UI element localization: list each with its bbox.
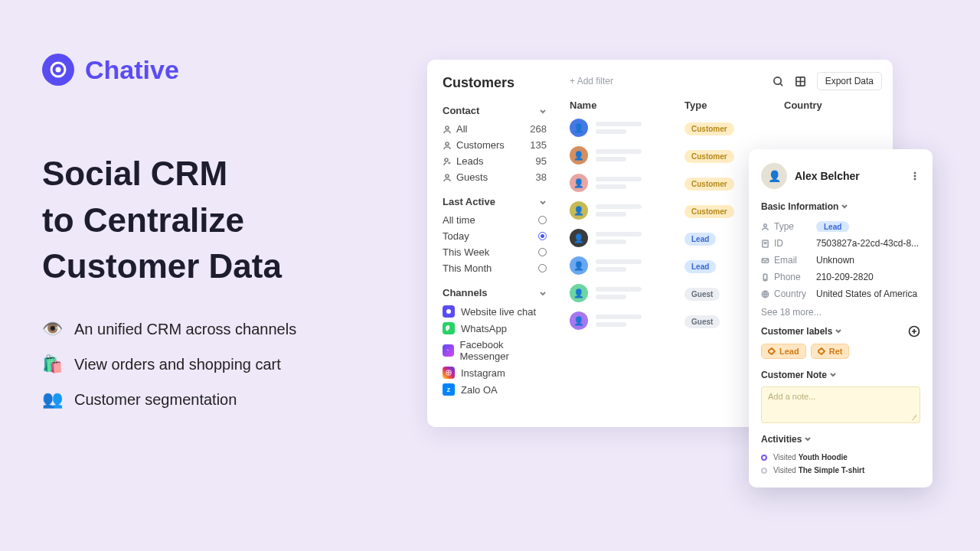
svg-point-1: [56, 67, 61, 73]
svg-rect-7: [446, 370, 451, 375]
type-badge: Guest: [684, 288, 720, 301]
globe-icon: [761, 290, 769, 298]
avatar: 👤: [570, 174, 588, 192]
info-row-phone: Phone 210-209-2820: [761, 269, 920, 285]
name-placeholder: [596, 122, 642, 134]
avatar: 👤: [570, 146, 588, 165]
website-chat-icon: [443, 305, 455, 318]
type-badge: Customer: [684, 178, 734, 191]
svg-point-4: [445, 158, 448, 161]
channel-zalo[interactable]: Z Zalo OA: [443, 381, 547, 398]
instagram-icon: [443, 367, 455, 379]
messenger-icon: [443, 344, 454, 357]
shopping-bags-icon: 🛍️: [42, 354, 60, 374]
channel-facebook-messenger[interactable]: Facebook Messenger: [443, 337, 547, 364]
last-active-this-week[interactable]: This Week: [443, 244, 547, 260]
channel-whatsapp[interactable]: WhatsApp: [443, 320, 547, 337]
type-badge: Customer: [684, 150, 734, 163]
name-placeholder: [596, 149, 642, 161]
column-country[interactable]: Country: [784, 99, 882, 111]
tag-icon: [818, 347, 825, 355]
resize-handle-icon[interactable]: [910, 412, 917, 420]
search-icon[interactable]: [773, 76, 784, 87]
channel-website[interactable]: Website live chat: [443, 303, 547, 320]
sidebar-title: Customers: [443, 75, 547, 91]
info-row-email: Email Unknown: [761, 252, 920, 269]
last-active-today[interactable]: Today: [443, 228, 547, 244]
zalo-icon: Z: [443, 383, 455, 396]
phone-icon: [761, 273, 769, 282]
name-placeholder: [596, 232, 642, 244]
channels-section-header[interactable]: Channels: [443, 287, 547, 298]
customer-labels-section-header[interactable]: Customer labels: [761, 326, 841, 337]
bullet-orders: 🛍️ View orders and shopping cart: [42, 347, 371, 382]
last-active-all-time[interactable]: All time: [443, 212, 547, 228]
svg-point-6: [446, 309, 451, 314]
contact-section-header[interactable]: Contact: [443, 105, 547, 116]
channel-instagram[interactable]: Instagram: [443, 364, 547, 381]
column-name[interactable]: Name: [570, 99, 684, 111]
crm-toolbar: + Add filter Export Data: [570, 72, 882, 90]
chevron-down-icon: [805, 436, 811, 442]
layout-grid-icon[interactable]: [795, 76, 806, 87]
radio-icon: [538, 248, 547, 256]
chevron-down-icon: [539, 107, 547, 115]
add-filter-button[interactable]: + Add filter: [570, 76, 613, 86]
svg-point-18: [765, 279, 766, 279]
svg-point-3: [446, 142, 449, 145]
svg-point-2: [446, 126, 449, 129]
activities-section-header[interactable]: Activities: [761, 434, 920, 445]
tag-icon: [768, 347, 776, 355]
avatar: 👤: [570, 229, 588, 247]
bullet-unified: 👁️ An unified CRM across channels: [42, 311, 371, 347]
whatsapp-icon: [443, 322, 455, 334]
label-chip[interactable]: Ret: [811, 344, 850, 359]
customer-detail-card: 👤 Alex Belcher Basic Information Type Le…: [749, 149, 933, 487]
contact-filter-leads[interactable]: Leads 95: [443, 153, 547, 169]
info-row-id: ID 7503827a-22cd-43cd-8...: [761, 235, 920, 252]
id-icon: [761, 240, 769, 248]
svg-point-11: [914, 172, 916, 174]
brand: Chative: [42, 54, 371, 86]
avatar: 👤: [570, 201, 588, 220]
label-chip[interactable]: Lead: [761, 344, 806, 359]
name-placeholder: [596, 204, 642, 217]
column-type[interactable]: Type: [684, 99, 784, 111]
people-icon: 👥: [42, 390, 60, 409]
basic-info-section-header[interactable]: Basic Information: [761, 201, 920, 212]
chevron-down-icon: [835, 328, 841, 334]
svg-point-14: [764, 223, 767, 227]
radio-selected-icon: [538, 232, 547, 240]
export-data-button[interactable]: Export Data: [817, 72, 882, 90]
svg-point-12: [914, 175, 916, 177]
see-more-link[interactable]: See 18 more...: [761, 307, 920, 318]
customer-row[interactable]: 👤Customer: [570, 119, 882, 137]
timeline-dot-icon: [761, 468, 767, 474]
type-badge: Customer: [684, 205, 734, 218]
hero-bullet-list: 👁️ An unified CRM across channels 🛍️ Vie…: [42, 311, 371, 417]
chevron-down-icon: [539, 198, 547, 206]
person-icon: [443, 141, 452, 150]
eye-icon: 👁️: [42, 319, 60, 339]
last-active-section-header[interactable]: Last Active: [443, 196, 547, 207]
type-badge: Lead: [816, 221, 849, 232]
info-row-country: Country United States of America: [761, 285, 920, 302]
person-icon: [443, 125, 452, 134]
add-label-icon[interactable]: [908, 325, 920, 337]
name-placeholder: [596, 177, 642, 189]
bullet-segmentation: 👥 Customer segmentation: [42, 382, 371, 417]
radio-icon: [538, 264, 547, 272]
customer-table-header: Name Type Country: [570, 99, 882, 111]
avatar: 👤: [570, 284, 588, 302]
label-chip-list: Lead Ret: [761, 344, 920, 359]
contact-filter-customers[interactable]: Customers 135: [443, 137, 547, 153]
contact-filter-all[interactable]: All 268: [443, 121, 547, 137]
more-menu-icon[interactable]: [910, 171, 920, 181]
contact-filter-guests[interactable]: Guests 38: [443, 169, 547, 185]
last-active-this-month[interactable]: This Month: [443, 260, 547, 276]
name-placeholder: [596, 287, 642, 299]
customer-note-textarea[interactable]: Add a note...: [761, 386, 920, 423]
detail-customer-name: Alex Belcher: [795, 170, 860, 182]
brand-logo-icon: [42, 54, 74, 86]
customer-note-section-header[interactable]: Customer Note: [761, 370, 920, 380]
